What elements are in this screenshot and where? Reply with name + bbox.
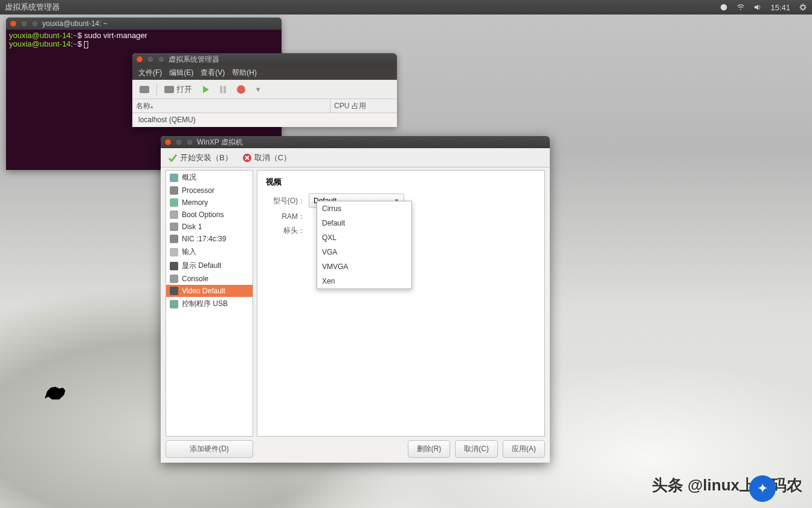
hw-item--[interactable]: 输入 <box>166 245 253 259</box>
hw-item-label: Console <box>182 275 208 283</box>
menu-view[interactable]: 查看(V) <box>198 67 227 79</box>
model-label: 型号(O)： <box>266 196 305 206</box>
hw-item-disk-1[interactable]: Disk 1 <box>166 221 253 233</box>
monitor-icon <box>140 86 149 93</box>
col-name[interactable]: 名称 <box>136 102 150 110</box>
menubar: 文件(F) 编辑(E) 查看(V) 帮助(H) <box>132 65 397 80</box>
hw-item-memory[interactable]: Memory <box>166 197 253 209</box>
watermark-text: 头条 @linux上的码农 <box>652 475 802 496</box>
hw-item-nic-17-4c-39[interactable]: NIC :17:4c:39 <box>166 233 253 245</box>
panel-heading: 视频 <box>266 177 536 187</box>
shutdown-button[interactable] <box>233 83 249 96</box>
remove-button[interactable]: 删除(R) <box>408 440 451 458</box>
svg-point-0 <box>721 4 727 11</box>
terminal-titlebar[interactable]: youxia@ubunt-14: ~ <box>6 18 282 30</box>
panel-app-title: 虚拟系统管理器 <box>5 2 720 13</box>
minimize-icon[interactable] <box>21 20 28 27</box>
ram-label: RAM： <box>266 212 305 222</box>
hw-item--usb[interactable]: 控制程序 USB <box>166 297 253 311</box>
wifi-icon[interactable] <box>736 3 745 11</box>
maximize-icon[interactable] <box>186 138 193 146</box>
vmdetails-title: WinXP 虚拟机 <box>197 137 243 148</box>
sort-asc-icon[interactable]: ▴ <box>150 103 153 109</box>
maximize-icon[interactable] <box>31 20 39 27</box>
toolbar: 打开 ▾ <box>132 80 397 99</box>
virtmgr-titlebar[interactable]: 虚拟系统管理器 <box>132 53 397 65</box>
terminal-title: youxia@ubunt-14: ~ <box>42 19 108 28</box>
option-default[interactable]: Default <box>317 216 411 230</box>
minimize-icon[interactable] <box>147 56 154 63</box>
add-hardware-button[interactable]: 添加硬件(D) <box>166 440 253 458</box>
menu-help[interactable]: 帮助(H) <box>230 67 259 79</box>
open-button[interactable]: 打开 <box>161 82 196 97</box>
gear-icon[interactable] <box>799 3 807 11</box>
device-icon <box>170 235 178 243</box>
hw-item-label: Disk 1 <box>182 223 202 231</box>
volume-icon[interactable] <box>753 3 762 11</box>
hw-item-video-default[interactable]: Video Default <box>166 285 253 297</box>
device-icon <box>170 275 178 283</box>
device-icon <box>170 174 178 182</box>
menu-file[interactable]: 文件(F) <box>136 67 164 79</box>
hw-item--default[interactable]: 显示 Default <box>166 259 253 273</box>
virtmgr-title: 虚拟系统管理器 <box>169 54 219 65</box>
play-icon <box>203 86 209 93</box>
model-dropdown[interactable]: CirrusDefaultQXLVGAVMVGAXen <box>317 201 412 289</box>
watermark-logo-icon: ✦ <box>749 475 776 502</box>
hw-item--[interactable]: 概况 <box>166 171 253 184</box>
clock[interactable]: 15:41 <box>770 3 790 12</box>
hw-item-boot-options[interactable]: Boot Options <box>166 209 253 221</box>
check-icon <box>168 153 178 163</box>
shutdown-dropdown[interactable]: ▾ <box>253 83 264 96</box>
device-icon <box>170 223 178 231</box>
vmdetails-titlebar[interactable]: WinXP 虚拟机 <box>161 136 550 148</box>
svg-point-1 <box>801 5 805 10</box>
pause-button[interactable] <box>216 84 230 95</box>
option-qxl[interactable]: QXL <box>317 230 411 245</box>
hw-item-processor[interactable]: Processor <box>166 184 253 197</box>
begin-install-button[interactable]: 开始安装（B） <box>168 152 233 163</box>
cancel-install-button[interactable]: 取消（C） <box>242 152 291 163</box>
menu-edit[interactable]: 编辑(E) <box>167 67 196 79</box>
hw-item-label: 概况 <box>182 172 196 183</box>
cancel-icon <box>242 153 252 163</box>
hw-item-console[interactable]: Console <box>166 273 253 285</box>
dialog-footer: 删除(R) 取消(C) 应用(A) <box>257 440 545 458</box>
vm-details-window[interactable]: WinXP 虚拟机 开始安装（B） 取消（C） 概况ProcessorMemor… <box>161 136 550 463</box>
col-cpu[interactable]: CPU 占用 <box>334 102 366 110</box>
hw-item-label: Boot Options <box>182 210 224 219</box>
cursor-icon <box>84 41 88 48</box>
option-xen[interactable]: Xen <box>317 274 411 288</box>
minimize-icon[interactable] <box>175 138 182 146</box>
close-icon[interactable] <box>164 138 172 146</box>
apply-button[interactable]: 应用(A) <box>503 440 545 458</box>
device-icon <box>170 210 178 219</box>
hw-item-label: NIC :17:4c:39 <box>182 235 226 243</box>
device-icon <box>170 248 178 256</box>
device-icon <box>170 287 178 295</box>
terminal-body[interactable]: youxia@ubunt-14:~$ sudo virt-manager you… <box>6 30 282 50</box>
connection-row[interactable]: localhost (QEMU) <box>132 113 397 126</box>
hardware-list[interactable]: 概况ProcessorMemoryBoot OptionsDisk 1NIC :… <box>166 170 253 437</box>
new-vm-button[interactable] <box>136 84 153 95</box>
hw-item-label: Processor <box>182 186 214 195</box>
hw-item-label: 控制程序 USB <box>182 299 228 309</box>
option-vga[interactable]: VGA <box>317 245 411 259</box>
cancel-button[interactable]: 取消(C) <box>455 440 498 458</box>
tux-icon[interactable] <box>720 3 728 11</box>
option-cirrus[interactable]: Cirrus <box>317 201 411 216</box>
hw-item-label: Memory <box>182 198 208 207</box>
hw-item-label: Video Default <box>182 287 225 295</box>
top-panel: 虚拟系统管理器 15:41 <box>0 0 812 15</box>
pause-icon <box>220 86 226 93</box>
option-vmvga[interactable]: VMVGA <box>317 259 411 274</box>
virt-manager-window[interactable]: 虚拟系统管理器 文件(F) 编辑(E) 查看(V) 帮助(H) 打开 ▾ 名称▴… <box>132 53 397 127</box>
monitor-icon <box>164 86 174 93</box>
close-icon[interactable] <box>10 20 17 27</box>
heads-label: 标头： <box>266 226 305 236</box>
column-headers: 名称▴ CPU 占用 <box>132 99 397 113</box>
maximize-icon[interactable] <box>158 56 165 63</box>
system-indicators: 15:41 <box>720 3 807 12</box>
run-button[interactable] <box>199 84 213 95</box>
close-icon[interactable] <box>136 56 143 63</box>
